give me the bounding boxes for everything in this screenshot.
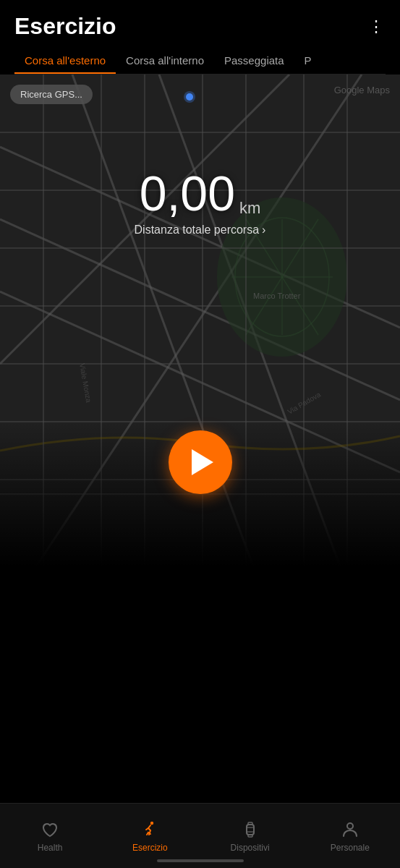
nav-label-dispositivi: Dispositivi <box>231 843 270 853</box>
home-indicator <box>157 859 244 862</box>
location-dot <box>186 93 193 101</box>
play-icon <box>192 449 213 475</box>
header: Esercizio ⋮ Corsa all'esterno Corsa all'… <box>0 0 400 75</box>
svg-point-32 <box>150 821 153 824</box>
app-title: Esercizio <box>14 13 116 40</box>
nav-label-esercizio: Esercizio <box>132 843 168 853</box>
tab-corsa-interno[interactable]: Corsa all'interno <box>116 48 214 74</box>
watch-icon <box>240 820 260 840</box>
play-button[interactable] <box>169 430 232 494</box>
nav-label-personale: Personale <box>331 843 370 853</box>
nav-item-personale[interactable]: Personale <box>300 820 400 853</box>
run-icon <box>140 820 160 840</box>
tab-passeggiata[interactable]: Passeggiata <box>214 48 294 74</box>
tab-other[interactable]: P <box>294 48 322 74</box>
person-icon <box>340 820 360 840</box>
nav-item-esercizio[interactable]: Esercizio <box>100 820 200 853</box>
svg-rect-37 <box>248 835 252 837</box>
tab-bar: Corsa all'esterno Corsa all'interno Pass… <box>14 48 386 75</box>
svg-text:Marco Trotter: Marco Trotter <box>253 292 301 300</box>
gps-button[interactable]: Ricerca GPS... <box>10 85 93 104</box>
map-container[interactable]: Marco Trotter Via Padova Viale Monza Ric… <box>0 75 400 566</box>
svg-point-38 <box>347 823 353 829</box>
distance-unit: km <box>239 199 260 218</box>
nav-item-health[interactable]: Health <box>0 820 100 853</box>
google-maps-label: Google Maps <box>334 85 390 95</box>
more-icon[interactable]: ⋮ <box>368 17 386 36</box>
chevron-right-icon: › <box>262 224 265 237</box>
tab-corsa-esterno[interactable]: Corsa all'esterno <box>14 48 116 74</box>
nav-label-health: Health <box>38 843 63 853</box>
svg-rect-33 <box>247 825 254 835</box>
nav-item-dispositivi[interactable]: Dispositivi <box>200 820 300 853</box>
distance-label[interactable]: Distanza totale percorsa › <box>135 224 266 237</box>
svg-rect-36 <box>248 822 252 825</box>
distance-display: 0,00 km Distanza totale percorsa › <box>0 169 400 237</box>
bottom-nav: Health Esercizio Dispositivi Personale <box>0 803 400 868</box>
distance-value: 0,00 <box>140 169 235 218</box>
heart-icon <box>40 820 60 840</box>
